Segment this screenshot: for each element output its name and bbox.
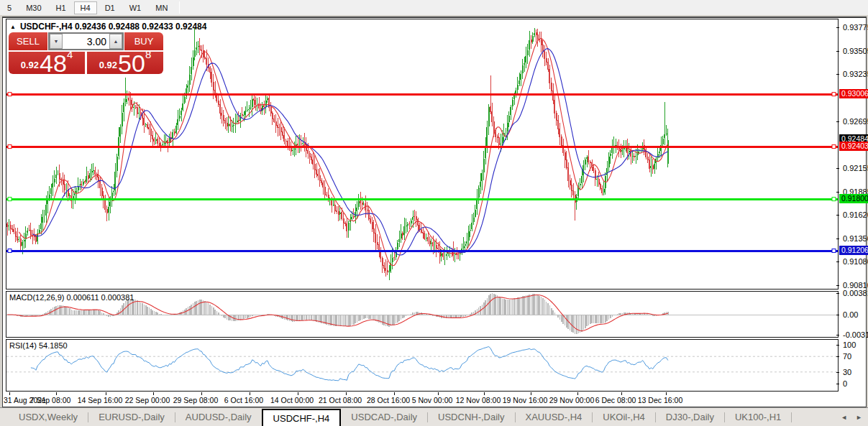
macd-tick-label: -0.00311: [843, 330, 868, 339]
volume-spinner: ▼ ▲: [48, 32, 124, 50]
rsi-tick: [836, 345, 839, 346]
price-badge: 0.92403: [839, 142, 868, 151]
time-tick: [56, 392, 57, 395]
line-handle[interactable]: [832, 249, 836, 253]
sell-price-sup: 4: [67, 50, 73, 59]
time-tick: [250, 392, 250, 395]
tab-usdcad-daily[interactable]: USDCAD-,Daily: [341, 408, 427, 426]
price-tick-label: 0.91620: [843, 210, 868, 219]
time-label: 28 Oct 16:00: [367, 396, 410, 404]
tab-uk100-h1[interactable]: UK100-,H1: [725, 408, 791, 426]
sell-button[interactable]: SELL: [9, 32, 47, 50]
line-handle[interactable]: [832, 198, 836, 201]
line-handle[interactable]: [8, 145, 12, 149]
tab-usdcnh-daily[interactable]: USDCNH-,Daily: [428, 408, 514, 426]
price-tick-label: 0.92155: [843, 164, 868, 172]
price-tick: [836, 261, 839, 262]
rsi-tick: [836, 372, 839, 373]
line-handle[interactable]: [8, 249, 12, 253]
chart-title-text: USDCHF-,H4 0.92436 0.92488 0.92433 0.924…: [20, 22, 207, 32]
volume-decrease-icon[interactable]: ▼: [50, 34, 63, 49]
time-label: 19 Nov 16:00: [503, 396, 547, 404]
buy-price-sup: 8: [145, 50, 151, 59]
price-tick: [836, 121, 839, 122]
tab-usdx-weekly[interactable]: USDX,Weekly: [9, 408, 88, 426]
period-button-mn[interactable]: MN: [149, 1, 174, 14]
tab-audusd-daily[interactable]: AUDUSD-,Daily: [175, 408, 262, 426]
macd-indicator-label: MACD(12,26,9) 0.000611 0.000381: [9, 293, 134, 302]
volume-input[interactable]: [63, 34, 109, 49]
time-tick: [666, 392, 667, 395]
period-button-d1[interactable]: D1: [99, 1, 122, 14]
period-button-w1[interactable]: W1: [123, 1, 148, 14]
rsi-pane[interactable]: [6, 339, 839, 392]
price-tick: [836, 27, 839, 28]
tab-scroll-right-icon[interactable]: ►: [856, 414, 862, 421]
collapse-panel-icon[interactable]: ▲: [10, 24, 16, 30]
price-tick-label: 0.92695: [843, 117, 868, 126]
time-tick: [394, 392, 395, 395]
macd-tick-label: 0.00: [843, 310, 858, 319]
price-tick: [836, 168, 839, 169]
price-tick-label: 0.93505: [843, 47, 868, 55]
price-tick: [836, 192, 839, 193]
tab-usdchf-h4[interactable]: USDCHF-,H4: [262, 409, 342, 426]
buy-button[interactable]: BUY: [124, 32, 163, 50]
line-handle[interactable]: [8, 93, 12, 96]
price-badge: 0.93006: [839, 89, 868, 98]
time-label: 13 Dec 16:00: [638, 396, 682, 404]
period-button-m30[interactable]: M30: [19, 1, 47, 14]
rsi-canvas: [6, 340, 838, 391]
period-button-5[interactable]: 5: [1, 1, 18, 14]
sell-price-big: 48: [40, 54, 67, 73]
time-label: 29 Sep 08:00: [173, 396, 218, 404]
line-handle[interactable]: [832, 93, 836, 96]
price-tick-label: 0.93235: [843, 70, 868, 78]
line-handle[interactable]: [8, 198, 12, 201]
rsi-tick-label: 70: [843, 352, 851, 361]
chart-tabs-bar: USDX,WeeklyEURUSD-,DailyAUDUSD-,DailyUSD…: [0, 407, 868, 426]
time-tick: [484, 392, 485, 395]
buy-price-big: 50: [118, 54, 145, 73]
time-tick: [153, 392, 154, 395]
rsi-indicator-label: RSI(14) 54.1850: [9, 341, 68, 350]
price-tick: [836, 74, 839, 75]
time-tick: [621, 392, 622, 395]
macd-tick: [836, 335, 839, 335]
rsi-tick: [836, 384, 839, 384]
chart-title-bar: ▲ USDCHF-,H4 0.92436 0.92488 0.92433 0.9…: [10, 22, 206, 32]
timeframe-toolbar: 5M30H1H4D1W1MN: [0, 0, 868, 15]
tab-separator: [791, 412, 792, 422]
time-axis: 31 Aug 20217 Sep 08:0014 Sep 16:0022 Sep…: [3, 392, 839, 407]
tab-eurusd-daily[interactable]: EURUSD-,Daily: [88, 408, 175, 426]
sell-price-prefix: 0.92: [21, 58, 39, 73]
time-label: 14 Oct 00:00: [270, 396, 314, 404]
period-button-h4[interactable]: H4: [74, 1, 97, 14]
buy-price-display[interactable]: 0.92 50 8: [87, 52, 163, 74]
line-handle[interactable]: [832, 145, 836, 149]
volume-increase-icon[interactable]: ▲: [109, 34, 122, 49]
time-tick: [106, 392, 106, 395]
price-tick: [836, 215, 839, 216]
price-tick: [836, 285, 839, 286]
period-button-h1[interactable]: H1: [50, 1, 73, 14]
rsi-tick: [836, 356, 839, 357]
sell-price-display[interactable]: 0.92 48 4: [9, 52, 85, 74]
time-label: 12 Nov 08:00: [456, 396, 501, 404]
one-click-trade-panel: SELL ▼ ▲ BUY 0.92 48 4 0.92 50 8: [9, 32, 163, 74]
time-label: 6 Oct 16:00: [224, 396, 263, 404]
buy-price-prefix: 0.92: [99, 58, 117, 73]
time-label: 22 Sep 00:00: [125, 396, 170, 404]
price-badge: 0.91800: [839, 194, 868, 203]
tab-dj30-daily[interactable]: DJ30-,Daily: [656, 408, 724, 426]
price-badge: 0.91206: [839, 246, 868, 255]
time-tick: [577, 392, 578, 395]
price-tick: [836, 239, 839, 239]
tab-xauusd-h4[interactable]: XAUUSD-,H4: [516, 408, 593, 426]
tab-scroll-left-icon[interactable]: ◄: [841, 414, 847, 421]
rsi-tick-label: 100: [843, 341, 856, 349]
tab-ukoil-h4[interactable]: UKOil-,H4: [593, 408, 655, 426]
price-tick-label: 0.93775: [843, 23, 868, 32]
time-tick: [201, 392, 202, 395]
price-tick: [836, 51, 839, 52]
